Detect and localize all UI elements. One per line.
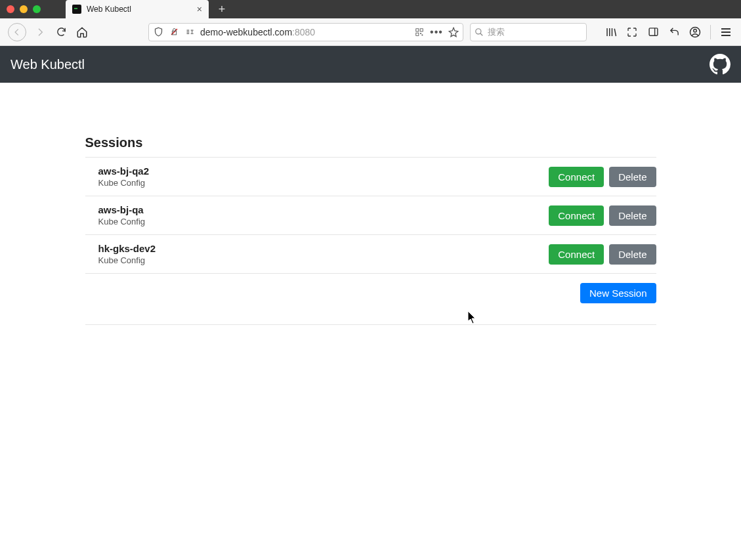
delete-button[interactable]: Delete	[609, 244, 656, 265]
address-bar[interactable]: demo-webkubectl.com:8080 •••	[148, 23, 463, 41]
browser-toolbar: demo-webkubectl.com:8080 •••	[0, 18, 741, 46]
browser-tab[interactable]: Web Kubectl ×	[66, 0, 209, 18]
toolbar-right	[605, 25, 736, 39]
insecure-icon	[169, 27, 179, 37]
delete-button[interactable]: Delete	[609, 167, 656, 187]
app-title: Web Kubectl	[11, 57, 85, 72]
session-subtitle: Kube Config	[98, 178, 150, 188]
reload-icon	[56, 26, 67, 37]
permissions-icon	[184, 27, 195, 37]
session-name: aws-bj-qa2	[98, 165, 150, 177]
forward-button[interactable]	[33, 25, 47, 39]
window-minimize-button[interactable]	[20, 5, 28, 13]
home-icon	[76, 26, 88, 38]
page-actions-button[interactable]: •••	[431, 27, 442, 37]
session-list: aws-bj-qa2 Kube Config Connect Delete aw…	[85, 157, 656, 274]
bookmark-star-button[interactable]	[448, 27, 459, 37]
session-name: hk-gks-dev2	[98, 243, 156, 254]
menu-button[interactable]	[720, 26, 732, 38]
tab-content: Web Kubectl	[72, 5, 131, 14]
search-icon	[475, 27, 484, 37]
session-actions: Connect Delete	[549, 205, 656, 226]
browser-titlebar: Web Kubectl × +	[0, 0, 741, 18]
tab-title: Web Kubectl	[87, 5, 131, 14]
svg-rect-3	[420, 28, 423, 31]
footer-divider	[85, 324, 656, 325]
home-button[interactable]	[75, 25, 89, 39]
svg-point-7	[476, 28, 481, 33]
session-info: aws-bj-qa2 Kube Config	[98, 165, 150, 188]
qr-icon[interactable]	[414, 27, 425, 37]
session-row: hk-gks-dev2 Kube Config Connect Delete	[85, 235, 656, 274]
search-box[interactable]	[470, 23, 587, 41]
url-port: :8080	[292, 27, 315, 37]
account-button[interactable]	[689, 26, 701, 38]
svg-point-10	[694, 29, 697, 32]
svg-rect-4	[416, 33, 419, 35]
new-tab-button[interactable]: +	[213, 0, 231, 18]
screenshot-button[interactable]	[626, 26, 638, 38]
new-session-row: New Session	[85, 274, 656, 312]
url-host: demo-webkubectl.com	[200, 27, 292, 37]
window-controls	[0, 5, 41, 13]
new-session-button[interactable]: New Session	[580, 283, 656, 303]
library-button[interactable]	[605, 26, 617, 38]
github-icon	[709, 54, 730, 75]
undo-button[interactable]	[668, 26, 680, 38]
session-subtitle: Kube Config	[98, 255, 156, 265]
session-name: aws-bj-qa	[98, 204, 146, 215]
svg-rect-8	[649, 28, 658, 35]
search-input[interactable]	[488, 27, 582, 37]
session-actions: Connect Delete	[549, 167, 656, 187]
window-zoom-button[interactable]	[33, 5, 41, 13]
back-button[interactable]	[8, 23, 26, 41]
session-row: aws-bj-qa2 Kube Config Connect Delete	[85, 158, 656, 196]
arrow-left-icon	[12, 28, 22, 37]
window-close-button[interactable]	[7, 5, 14, 13]
connect-button[interactable]: Connect	[549, 205, 604, 226]
tab-close-button[interactable]: ×	[197, 4, 202, 14]
sidebar-button[interactable]	[647, 26, 659, 38]
reload-button[interactable]	[54, 25, 68, 39]
delete-button[interactable]: Delete	[609, 205, 656, 226]
main-content: Sessions aws-bj-qa2 Kube Config Connect …	[85, 83, 656, 325]
sessions-heading: Sessions	[85, 135, 656, 150]
svg-rect-2	[416, 28, 419, 31]
url-text: demo-webkubectl.com:8080	[200, 27, 409, 37]
app-header: Web Kubectl	[0, 46, 741, 83]
session-subtitle: Kube Config	[98, 217, 146, 226]
session-row: aws-bj-qa Kube Config Connect Delete	[85, 196, 656, 235]
session-info: aws-bj-qa Kube Config	[98, 204, 146, 226]
svg-rect-5	[420, 33, 421, 34]
nav-buttons	[8, 23, 89, 41]
connect-button[interactable]: Connect	[549, 167, 604, 187]
divider	[710, 25, 711, 39]
session-actions: Connect Delete	[549, 244, 656, 265]
connect-button[interactable]: Connect	[549, 244, 604, 265]
github-link[interactable]	[709, 54, 730, 75]
svg-rect-6	[422, 34, 423, 35]
shield-icon	[153, 27, 163, 37]
tab-favicon-icon	[72, 5, 81, 14]
session-info: hk-gks-dev2 Kube Config	[98, 243, 156, 265]
svg-point-1	[191, 32, 192, 33]
arrow-right-icon	[35, 27, 45, 37]
